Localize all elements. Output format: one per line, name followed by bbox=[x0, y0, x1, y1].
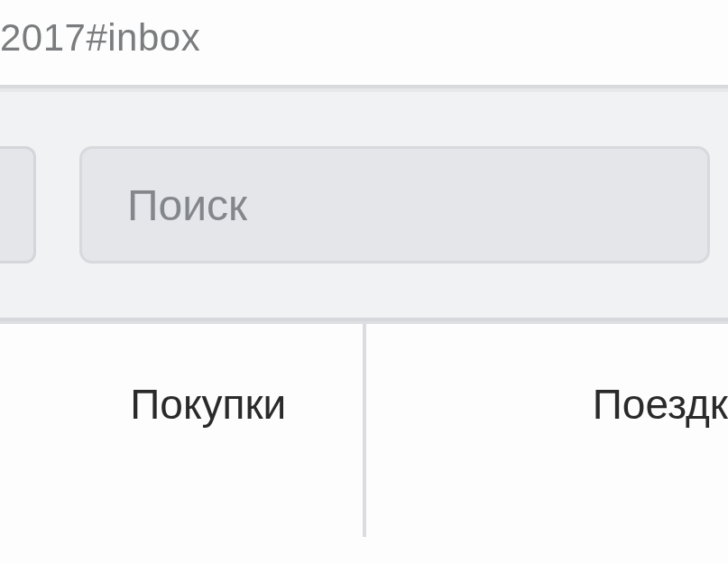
toolbar: Поиск bbox=[0, 88, 728, 321]
address-bar: 2017#inbox bbox=[0, 0, 728, 85]
search-input[interactable]: Поиск bbox=[79, 146, 710, 264]
toolbar-button-partial[interactable] bbox=[0, 146, 36, 264]
url-text[interactable]: 2017#inbox bbox=[0, 16, 728, 60]
tab-purchases[interactable]: Покупки bbox=[0, 324, 366, 537]
tab-label: Поездк bbox=[593, 380, 728, 429]
tab-label: Покупки bbox=[76, 380, 286, 429]
category-tabs: Покупки Поездк bbox=[0, 321, 728, 537]
search-placeholder-text: Поиск bbox=[127, 180, 247, 230]
tab-trips[interactable]: Поездк bbox=[366, 324, 729, 537]
